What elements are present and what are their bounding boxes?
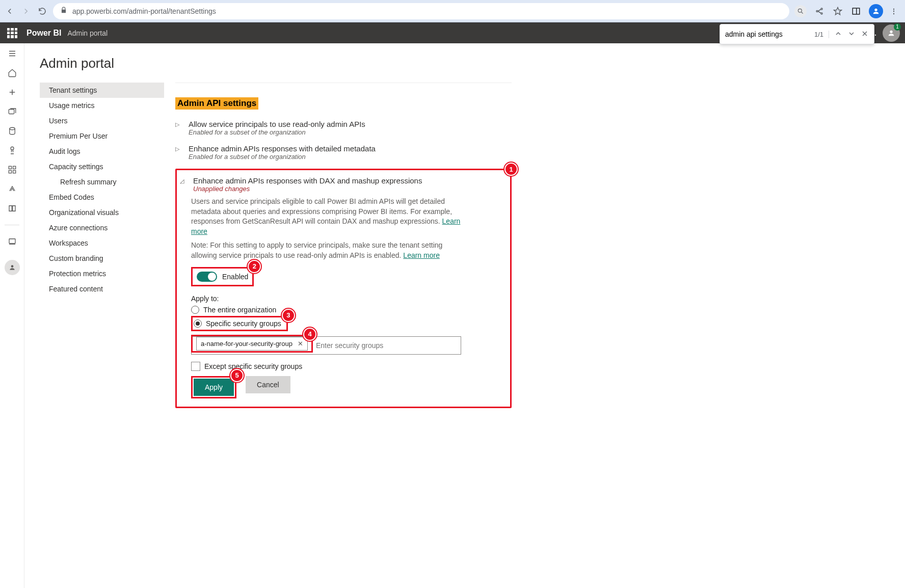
svg-rect-8 bbox=[9, 110, 14, 114]
section-heading: Admin API settings bbox=[175, 97, 258, 110]
rail-data-icon[interactable] bbox=[7, 126, 17, 136]
brand-name: Power BI bbox=[26, 29, 61, 38]
nav-item[interactable]: Audit logs bbox=[40, 144, 164, 159]
toggle-label: Enabled bbox=[222, 273, 248, 281]
setting-subtitle: Enabled for a subset of the organization bbox=[189, 153, 376, 161]
apply-to-label: Apply to: bbox=[191, 295, 504, 303]
nav-item[interactable]: Featured content bbox=[40, 281, 164, 297]
rail-learn-icon[interactable] bbox=[7, 203, 17, 213]
find-close-button[interactable] bbox=[861, 30, 869, 39]
find-in-page-popup: 1/1 bbox=[720, 24, 874, 44]
callout-2: 2 bbox=[248, 260, 261, 273]
rail-metrics-icon[interactable] bbox=[7, 145, 17, 155]
back-button[interactable] bbox=[4, 6, 15, 17]
bookmark-icon[interactable] bbox=[832, 6, 843, 17]
svg-rect-15 bbox=[9, 239, 15, 244]
setting-title: Allow service principals to use read-onl… bbox=[189, 120, 365, 128]
radio-label: The entire organization bbox=[203, 306, 276, 314]
checkbox-label: Except specific security groups bbox=[204, 362, 302, 370]
find-input[interactable] bbox=[725, 30, 809, 38]
notification-badge: 1 bbox=[894, 23, 901, 31]
svg-point-10 bbox=[11, 147, 14, 150]
setting-description-1: Users and service principals eligible to… bbox=[191, 197, 466, 236]
nav-item[interactable]: Users bbox=[40, 113, 164, 128]
svg-point-3 bbox=[821, 13, 822, 14]
rail-user-icon[interactable] bbox=[5, 260, 20, 275]
rail-workspace-icon[interactable] bbox=[7, 236, 17, 247]
nav-item[interactable]: Embed Codes bbox=[40, 190, 164, 205]
caret-down-icon: ◿ bbox=[180, 176, 188, 193]
callout-5: 5 bbox=[230, 369, 244, 382]
rail-deploy-icon[interactable] bbox=[7, 184, 17, 194]
address-bar[interactable]: app.powerbi.com/admin-portal/tenantSetti… bbox=[53, 3, 789, 19]
svg-rect-13 bbox=[9, 171, 11, 173]
apply-button[interactable]: Apply bbox=[194, 379, 234, 396]
callout-4: 4 bbox=[303, 328, 316, 341]
page-title: Admin portal bbox=[40, 56, 890, 71]
setting-expanded-header[interactable]: ◿ Enhance admin APIs responses with DAX … bbox=[180, 176, 504, 193]
radio-checked-icon[interactable] bbox=[194, 319, 202, 328]
security-groups-field[interactable] bbox=[313, 341, 461, 350]
setting-title: Enhance admin APIs responses with DAX an… bbox=[193, 176, 422, 185]
cancel-button[interactable]: Cancel bbox=[246, 376, 290, 393]
find-next-button[interactable] bbox=[847, 30, 856, 39]
nav-item[interactable]: Premium Per User bbox=[40, 128, 164, 144]
rail-home-icon[interactable] bbox=[7, 68, 17, 78]
setting-collapsed-1[interactable]: ▷ Allow service principals to use read-o… bbox=[175, 120, 512, 136]
caret-right-icon: ▷ bbox=[175, 144, 183, 161]
kebab-menu-icon[interactable]: ⋮ bbox=[890, 7, 898, 15]
caret-right-icon: ▷ bbox=[175, 120, 183, 136]
find-prev-button[interactable] bbox=[834, 30, 842, 39]
nav-item[interactable]: Tenant settings bbox=[40, 83, 164, 98]
profile-avatar[interactable] bbox=[869, 4, 883, 18]
setting-title: Enhance admin APIs responses with detail… bbox=[189, 144, 376, 153]
svg-point-2 bbox=[821, 8, 822, 10]
browser-chrome: app.powerbi.com/admin-portal/tenantSetti… bbox=[0, 0, 905, 22]
rail-plus-icon[interactable] bbox=[7, 87, 17, 97]
nav-item[interactable]: Custom branding bbox=[40, 251, 164, 266]
rail-hamburger-icon[interactable] bbox=[7, 48, 17, 59]
share-icon[interactable] bbox=[814, 6, 825, 17]
radio-label: Specific security groups bbox=[206, 319, 281, 328]
rail-browse-icon[interactable] bbox=[7, 106, 17, 117]
forward-button[interactable] bbox=[20, 6, 32, 17]
panel-icon[interactable] bbox=[850, 6, 862, 17]
callout-1: 1 bbox=[504, 163, 518, 176]
nav-item[interactable]: Organizational visuals bbox=[40, 205, 164, 220]
divider bbox=[175, 83, 512, 83]
checkbox-unchecked-icon bbox=[191, 362, 200, 371]
svg-point-1 bbox=[816, 10, 818, 12]
brand-section: Admin portal bbox=[67, 29, 108, 37]
nav-item[interactable]: Workspaces bbox=[40, 235, 164, 251]
nav-item[interactable]: Usage metrics bbox=[40, 98, 164, 113]
nav-item[interactable]: Refresh summary bbox=[40, 174, 164, 190]
setting-subtitle-warn: Unapplied changes bbox=[193, 185, 422, 193]
nav-item[interactable]: Azure connections bbox=[40, 220, 164, 235]
lock-icon bbox=[60, 7, 67, 15]
tag-text: a-name-for-your-security-group bbox=[201, 340, 292, 348]
setting-expanded: 1 ◿ Enhance admin APIs responses with DA… bbox=[175, 169, 512, 408]
svg-point-6 bbox=[874, 8, 877, 11]
svg-rect-14 bbox=[13, 171, 15, 173]
nav-item[interactable]: Protection metrics bbox=[40, 266, 164, 281]
nav-item[interactable]: Capacity settings bbox=[40, 159, 164, 174]
setting-collapsed-2[interactable]: ▷ Enhance admin APIs responses with deta… bbox=[175, 144, 512, 161]
remove-tag-icon[interactable]: ✕ bbox=[298, 340, 303, 348]
setting-subtitle: Enabled for a subset of the organization bbox=[189, 128, 365, 136]
reload-button[interactable] bbox=[37, 6, 48, 17]
callout-3: 3 bbox=[282, 309, 295, 322]
user-avatar[interactable]: 1 bbox=[883, 24, 900, 42]
svg-point-0 bbox=[798, 9, 802, 12]
svg-rect-12 bbox=[13, 166, 15, 169]
security-group-tag: a-name-for-your-security-group ✕ bbox=[196, 337, 308, 351]
settings-nav: Tenant settingsUsage metricsUsersPremium… bbox=[40, 83, 164, 297]
radio-unchecked-icon bbox=[191, 306, 199, 314]
rail-apps-icon[interactable] bbox=[7, 165, 17, 175]
left-rail bbox=[0, 43, 24, 588]
app-launcher-icon[interactable] bbox=[7, 28, 17, 38]
radio-entire-org[interactable]: The entire organization bbox=[191, 306, 504, 314]
enabled-toggle[interactable] bbox=[197, 272, 217, 282]
learn-more-link[interactable]: Learn more bbox=[403, 251, 440, 259]
zoom-icon[interactable] bbox=[794, 5, 807, 17]
find-count: 1/1 bbox=[814, 31, 829, 38]
